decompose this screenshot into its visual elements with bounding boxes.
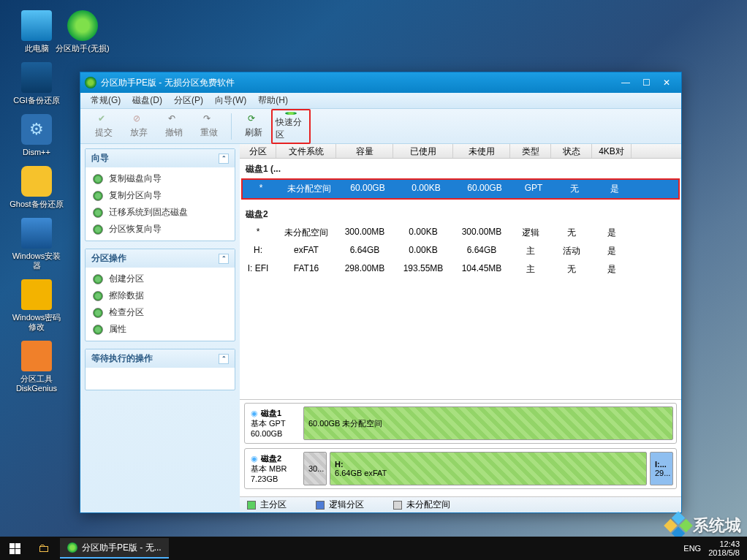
desktop-icon-winpwd[interactable]: Windows密码修改: [10, 279, 64, 332]
discard-button[interactable]: ⊘放弃: [123, 111, 155, 142]
desktop-icon-diskgenius[interactable]: 分区工具DiskGenius: [10, 341, 64, 393]
disk2-info: ◉磁盘2 基本 MBR 7.23GB: [248, 452, 303, 485]
minimize-button[interactable]: —: [615, 76, 636, 89]
toolbar: ✔提交 ⊘放弃 ↶撤销 ↷重做 ⟳刷新 快速分区: [80, 109, 681, 144]
wizard-copy-partition[interactable]: 复制分区向导: [86, 187, 235, 204]
window-title: 分区助手PE版 - 无损分区免费软件: [101, 77, 235, 89]
quick-partition-icon: [285, 112, 297, 115]
taskbar-app-task[interactable]: 分区助手PE版 - 无...: [60, 538, 169, 559]
desktop-icon-cgi[interactable]: CGI备份还原: [10, 62, 64, 105]
collapse-icon[interactable]: ⌃: [219, 354, 229, 364]
menu-general[interactable]: 常规(G): [85, 93, 126, 108]
collapse-icon[interactable]: ⌃: [219, 254, 229, 264]
pending-title: 等待执行的操作: [91, 352, 153, 365]
disk2-part-unalloc[interactable]: 30...: [303, 452, 327, 485]
shield-icon: [93, 174, 103, 184]
grid-body: 磁盘1 (... * 未分配空间 60.00GB 0.00KB 60.00GB …: [240, 159, 681, 399]
shield-icon: [93, 291, 103, 301]
legend-unallocated: 未分配空间: [393, 499, 450, 511]
table-row[interactable]: * 未分配空间 60.00GB 0.00KB 60.00GB GPT 无 是: [243, 180, 678, 198]
desktop-icon-wininstall[interactable]: Windows安装器: [10, 218, 64, 270]
app-icon: [85, 77, 96, 88]
refresh-icon: ⟳: [248, 113, 259, 125]
col-free[interactable]: 未使用: [453, 144, 510, 158]
disk1-title[interactable]: 磁盘1 (...: [240, 159, 681, 178]
desktop-icon-ghost[interactable]: Ghost备份还原: [10, 166, 64, 209]
op-properties[interactable]: 属性: [86, 321, 235, 338]
col-capacity[interactable]: 容量: [336, 144, 393, 158]
partition-ops-panel: 分区操作⌃ 创建分区 擦除数据 检查分区 属性: [85, 249, 235, 341]
legend-bar: 主分区 逻辑分区 未分配空间: [240, 496, 681, 512]
op-check-partition[interactable]: 检查分区: [86, 304, 235, 321]
cancel-icon: ⊘: [133, 113, 145, 125]
table-row[interactable]: I: EFIFAT16298.00MB193.55MB104.45MB主无是: [240, 260, 681, 279]
table-row[interactable]: *未分配空间300.00MB0.00KB300.00MB逻辑无是: [240, 224, 681, 242]
titlebar[interactable]: 分区助手PE版 - 无损分区免费软件 — ☐ ✕: [80, 72, 681, 93]
check-icon: ✔: [98, 113, 110, 125]
commit-button[interactable]: ✔提交: [88, 111, 120, 142]
watermark: 系统城: [668, 515, 741, 537]
disk-visualization: ◉磁盘1 基本 GPT 60.00GB 60.00GB 未分配空间 ◉磁盘2 基…: [240, 399, 681, 496]
legend-logical: 逻辑分区: [316, 499, 364, 511]
app-icon: [67, 542, 77, 553]
menu-partition[interactable]: 分区(P): [168, 93, 209, 108]
shield-icon: [93, 208, 103, 218]
desktop-icon-area: 此电脑 分区助手(无损) CGI备份还原 ⚙Dism++ Ghost备份还原 W…: [0, 0, 73, 402]
legend-primary: 主分区: [247, 499, 287, 511]
col-4kalign[interactable]: 4KB对齐: [592, 144, 632, 158]
col-filesystem[interactable]: 文件系统: [276, 144, 336, 158]
wizard-recover-partition[interactable]: 分区恢复向导: [86, 221, 235, 238]
shield-icon: [93, 308, 103, 318]
desktop-icon-dism[interactable]: ⚙Dism++: [10, 114, 64, 157]
table-row[interactable]: H:exFAT6.64GB0.00KB6.64GB主活动是: [240, 242, 681, 260]
system-clock[interactable]: 12:43 2018/5/8: [708, 540, 740, 557]
menu-disk[interactable]: 磁盘(D): [126, 93, 168, 108]
grid-header: 分区 文件系统 容量 已使用 未使用 类型 状态 4KB对齐: [240, 144, 681, 159]
disk-icon: ◉: [251, 408, 258, 418]
windows-logo-icon: [10, 543, 20, 554]
disk2-part-i[interactable]: I:...29...: [650, 452, 673, 485]
shield-icon: [93, 325, 103, 335]
close-button[interactable]: ✕: [656, 76, 677, 89]
shield-icon: [93, 224, 103, 235]
op-create-partition[interactable]: 创建分区: [86, 270, 235, 287]
disk-icon: ◉: [251, 453, 258, 463]
collapse-icon[interactable]: ⌃: [219, 154, 229, 164]
quick-partition-button[interactable]: 快速分区: [275, 111, 307, 142]
refresh-button[interactable]: ⟳刷新: [238, 111, 270, 142]
wizard-copy-disk[interactable]: 复制磁盘向导: [86, 170, 235, 187]
menubar: 常规(G) 磁盘(D) 分区(P) 向导(W) 帮助(H): [80, 93, 681, 109]
disk2-part-h[interactable]: H:6.64GB exFAT: [330, 452, 647, 485]
shield-icon: [93, 274, 103, 284]
disk2-viz[interactable]: ◉磁盘2 基本 MBR 7.23GB 30... H:6.64GB exFAT …: [244, 448, 677, 489]
body-area: 向导⌃ 复制磁盘向导 复制分区向导 迁移系统到固态磁盘 分区恢复向导 分区操作⌃…: [80, 144, 681, 512]
left-pane: 向导⌃ 复制磁盘向导 复制分区向导 迁移系统到固态磁盘 分区恢复向导 分区操作⌃…: [80, 144, 240, 512]
disk1-info: ◉磁盘1 基本 GPT 60.00GB: [248, 406, 303, 440]
wizard-panel-title: 向导: [91, 152, 109, 164]
col-used[interactable]: 已使用: [393, 144, 453, 158]
disk1-part-unalloc[interactable]: 60.00GB 未分配空间: [303, 406, 673, 440]
wizard-migrate-ssd[interactable]: 迁移系统到固态磁盘: [86, 204, 235, 221]
undo-button[interactable]: ↶撤销: [158, 111, 190, 142]
right-pane: 分区 文件系统 容量 已使用 未使用 类型 状态 4KB对齐 磁盘1 (... …: [240, 144, 681, 512]
ime-indicator[interactable]: ENG: [683, 544, 701, 553]
col-status[interactable]: 状态: [551, 144, 592, 158]
menu-help[interactable]: 帮助(H): [252, 93, 294, 108]
start-button[interactable]: [0, 537, 29, 560]
toolbar-separator: [231, 113, 232, 140]
pending-panel: 等待执行的操作⌃: [85, 349, 235, 390]
maximize-button[interactable]: ☐: [636, 76, 656, 89]
op-wipe-data[interactable]: 擦除数据: [86, 287, 235, 304]
redo-button[interactable]: ↷重做: [193, 111, 225, 142]
menu-wizard[interactable]: 向导(W): [209, 93, 252, 108]
selection-highlight: * 未分配空间 60.00GB 0.00KB 60.00GB GPT 无 是: [241, 178, 680, 200]
col-partition[interactable]: 分区: [240, 144, 276, 158]
disk1-viz[interactable]: ◉磁盘1 基本 GPT 60.00GB 60.00GB 未分配空间: [244, 403, 677, 444]
folder-icon: 🗀: [38, 542, 50, 555]
shield-icon: [93, 191, 103, 201]
undo-icon: ↶: [168, 113, 180, 125]
col-type[interactable]: 类型: [510, 144, 551, 158]
taskbar-explorer[interactable]: 🗀: [29, 537, 58, 560]
desktop-icon-paassist[interactable]: 分区助手(无损): [56, 10, 110, 53]
disk2-title[interactable]: 磁盘2: [240, 204, 681, 224]
